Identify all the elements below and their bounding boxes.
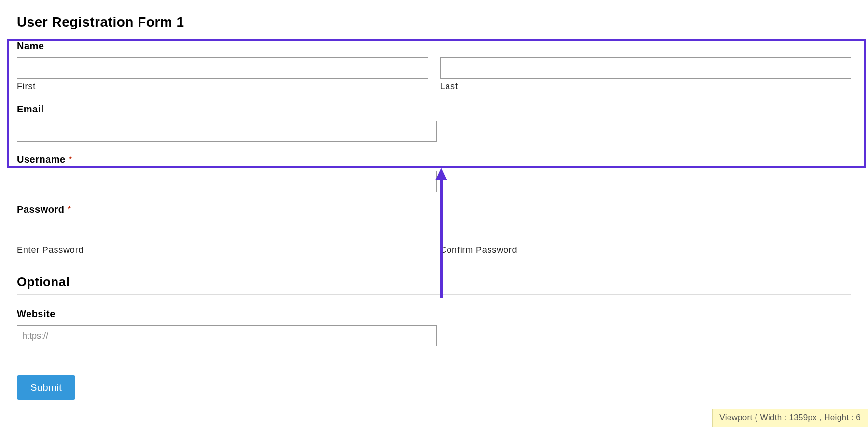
optional-section-title: Optional [17,275,851,289]
website-field-group: Website [17,308,851,346]
username-input[interactable] [17,171,437,192]
first-name-input[interactable] [17,57,428,79]
name-field-group: Name First Last [17,41,851,92]
required-mark-icon: * [68,204,71,215]
username-label-text: Username [17,154,66,165]
viewport-badge: Viewport ( Width : 1359px , Height : 6 [712,409,868,427]
email-input[interactable] [17,121,437,142]
password-input[interactable] [17,221,428,242]
password-field-group: Password * Enter Password Confirm Passwo… [17,204,851,255]
website-input[interactable] [17,325,437,346]
confirm-password-input[interactable] [440,221,852,242]
submit-button[interactable]: Submit [17,375,75,400]
first-name-sublabel: First [17,82,428,92]
last-name-sublabel: Last [440,82,852,92]
name-label: Name [17,41,851,52]
username-label: Username * [17,154,851,165]
website-label: Website [17,308,851,319]
section-divider [17,294,851,295]
form-title: User Registration Form 1 [17,14,851,30]
password-label: Password * [17,204,851,215]
username-field-group: Username * [17,154,851,192]
form-container: User Registration Form 1 Name First Last… [0,0,868,400]
password-label-text: Password [17,204,64,215]
last-name-input[interactable] [440,57,852,79]
required-mark-icon: * [69,154,72,165]
email-label: Email [17,104,851,115]
confirm-password-sublabel: Confirm Password [440,245,852,255]
enter-password-sublabel: Enter Password [17,245,428,255]
email-field-group: Email [17,104,851,142]
